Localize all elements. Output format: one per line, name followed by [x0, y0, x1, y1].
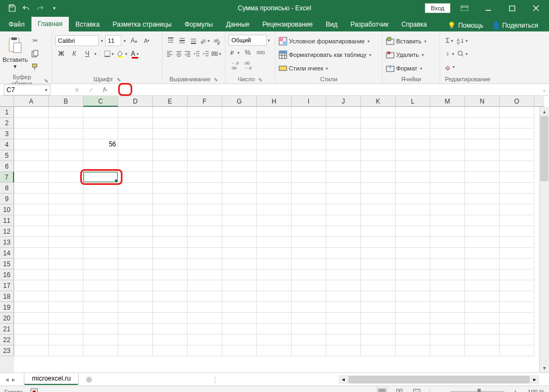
cell-C4[interactable]: 56	[83, 139, 118, 150]
zoom-out-icon[interactable]: −	[437, 388, 442, 393]
cell-G23[interactable]	[222, 345, 257, 356]
cell-F20[interactable]	[188, 313, 222, 324]
hscroll-splitter[interactable]: ⋮	[212, 376, 222, 383]
tab-data[interactable]: Данные	[219, 17, 256, 31]
cell-E16[interactable]	[153, 269, 188, 280]
decrease-decimal-icon[interactable]: .00→.0	[242, 60, 254, 72]
cell-M16[interactable]	[430, 269, 465, 280]
row-header-20[interactable]: 20	[0, 313, 14, 324]
cell-K16[interactable]	[361, 269, 396, 280]
cell-A2[interactable]	[14, 118, 49, 128]
col-header-N[interactable]: N	[465, 96, 500, 107]
cell-K11[interactable]	[361, 215, 396, 226]
sheet-nav-last-icon[interactable]: ▸	[12, 376, 15, 383]
cell-D23[interactable]	[118, 345, 153, 356]
orientation-icon[interactable]: ab	[199, 35, 210, 47]
cell-E5[interactable]	[153, 150, 188, 161]
cell-N23[interactable]	[465, 345, 500, 356]
cell-A23[interactable]	[14, 345, 49, 356]
cancel-formula-icon[interactable]: ✕	[71, 85, 83, 95]
cell-D3[interactable]	[118, 128, 153, 139]
cell-O1[interactable]	[500, 107, 534, 118]
cell-M14[interactable]	[430, 248, 465, 259]
cell-J23[interactable]	[326, 345, 361, 356]
cell-N15[interactable]	[465, 259, 500, 269]
cell-I7[interactable]	[292, 172, 326, 183]
cell-D21[interactable]	[118, 324, 153, 335]
cell-F4[interactable]	[188, 139, 222, 150]
cell-D8[interactable]	[118, 183, 153, 194]
decrease-indent-icon[interactable]	[193, 48, 201, 60]
cell-J17[interactable]	[326, 280, 361, 291]
cell-E20[interactable]	[153, 313, 188, 324]
currency-icon[interactable]: ₽	[229, 47, 241, 59]
cell-F6[interactable]	[188, 161, 222, 172]
cell-E8[interactable]	[153, 183, 188, 194]
cell-D9[interactable]	[118, 194, 153, 204]
cell-G21[interactable]	[222, 324, 257, 335]
cell-L20[interactable]	[396, 313, 430, 324]
cell-G6[interactable]	[222, 161, 257, 172]
cell-B15[interactable]	[49, 259, 83, 269]
cell-B23[interactable]	[49, 345, 83, 356]
cell-K18[interactable]	[361, 291, 396, 302]
cell-H6[interactable]	[257, 161, 292, 172]
cell-M12[interactable]	[430, 226, 465, 237]
cell-M22[interactable]	[430, 335, 465, 345]
minimize-icon[interactable]	[479, 0, 498, 16]
cell-K19[interactable]	[361, 302, 396, 313]
cell-M10[interactable]	[430, 204, 465, 215]
sheet-nav-first-icon[interactable]: ◂	[5, 376, 9, 383]
cell-D19[interactable]	[118, 302, 153, 313]
cell-G3[interactable]	[222, 128, 257, 139]
font-size-input[interactable]: 11	[105, 35, 121, 46]
cell-M8[interactable]	[430, 183, 465, 194]
cell-H17[interactable]	[257, 280, 292, 291]
cell-J9[interactable]	[326, 194, 361, 204]
cell-A12[interactable]	[14, 226, 49, 237]
zoom-in-icon[interactable]: +	[513, 388, 518, 393]
cell-M11[interactable]	[430, 215, 465, 226]
cell-B16[interactable]	[49, 269, 83, 280]
select-all-corner[interactable]	[0, 96, 14, 107]
col-header-K[interactable]: K	[361, 96, 396, 107]
cell-L1[interactable]	[396, 107, 430, 118]
cell-styles-button[interactable]: Стили ячеек	[279, 62, 379, 75]
cell-G12[interactable]	[222, 226, 257, 237]
cell-N8[interactable]	[465, 183, 500, 194]
autosum-icon[interactable]: Σ	[443, 35, 455, 47]
cell-G1[interactable]	[222, 107, 257, 118]
cell-C20[interactable]	[83, 313, 118, 324]
cell-A14[interactable]	[14, 248, 49, 259]
cell-M21[interactable]	[430, 324, 465, 335]
cell-N19[interactable]	[465, 302, 500, 313]
cell-A8[interactable]	[14, 183, 49, 194]
cell-M17[interactable]	[430, 280, 465, 291]
cell-B19[interactable]	[49, 302, 83, 313]
cell-G5[interactable]	[222, 150, 257, 161]
cell-A21[interactable]	[14, 324, 49, 335]
zoom-thumb[interactable]	[477, 389, 481, 393]
cell-O23[interactable]	[500, 345, 534, 356]
font-name-dd-icon[interactable]: ▾	[100, 38, 104, 43]
copy-icon[interactable]	[29, 48, 41, 60]
cell-N12[interactable]	[465, 226, 500, 237]
cell-L23[interactable]	[396, 345, 430, 356]
comma-icon[interactable]: 000	[255, 47, 267, 59]
cell-A10[interactable]	[14, 204, 49, 215]
cell-K12[interactable]	[361, 226, 396, 237]
row-header-6[interactable]: 6	[0, 161, 14, 172]
number-launcher-icon[interactable]: ⬊	[258, 76, 262, 82]
cell-M7[interactable]	[430, 172, 465, 183]
cell-I6[interactable]	[292, 161, 326, 172]
cell-N4[interactable]	[465, 139, 500, 150]
cell-L6[interactable]	[396, 161, 430, 172]
vscroll-thumb[interactable]	[540, 116, 548, 181]
cell-I8[interactable]	[292, 183, 326, 194]
cell-M20[interactable]	[430, 313, 465, 324]
cell-I10[interactable]	[292, 204, 326, 215]
cell-C2[interactable]	[83, 118, 118, 128]
cell-A22[interactable]	[14, 335, 49, 345]
cell-B10[interactable]	[49, 204, 83, 215]
cell-E2[interactable]	[153, 118, 188, 128]
